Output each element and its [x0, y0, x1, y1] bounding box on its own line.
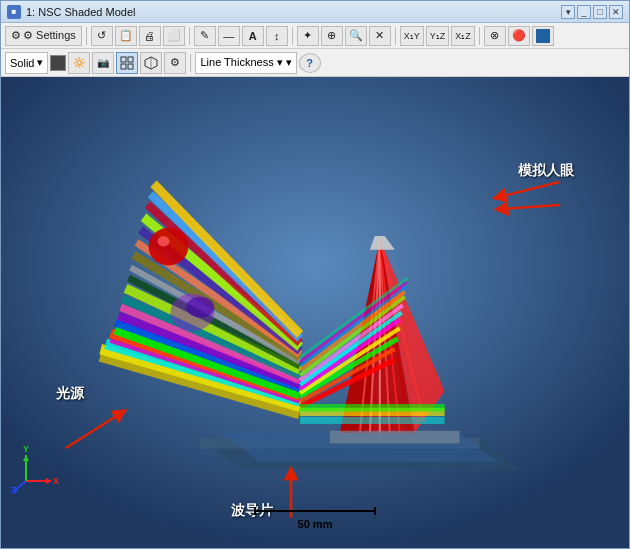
window-title: 1: NSC Shaded Model — [26, 6, 135, 18]
grid-btn[interactable] — [116, 52, 138, 74]
svg-point-27 — [149, 228, 189, 266]
star-btn[interactable]: ✦ — [297, 26, 319, 46]
toolbar1: ⚙ ⚙ Settings ↺ 📋 🖨 ⬜ ✎ — A ↕ ✦ ⊕ 🔍 ✕ X₁Y… — [1, 23, 629, 49]
svg-point-28 — [158, 236, 170, 246]
line-btn[interactable]: — — [218, 26, 240, 46]
color-swatch-dark[interactable] — [50, 55, 66, 71]
svg-rect-60 — [330, 431, 460, 444]
title-bar: ■ 1: NSC Shaded Model ▾ _ □ ✕ — [1, 1, 629, 23]
frame-btn[interactable]: ⬜ — [163, 26, 185, 46]
separator-3 — [292, 27, 293, 45]
screenshot-btn[interactable]: 📷 — [92, 52, 114, 74]
svg-text:Z: Z — [11, 485, 17, 493]
cube-icon — [144, 56, 158, 70]
solid-arrow: ▾ — [37, 56, 43, 69]
line-thickness-label: Line Thickness ▾ — [200, 56, 282, 69]
toolbar2: Solid ▾ 🔆 📷 ⚙ — [1, 49, 629, 77]
red-circle-btn[interactable]: 🔴 — [508, 26, 530, 46]
scale-line — [250, 505, 380, 517]
solid-label: Solid — [10, 57, 34, 69]
svg-marker-70 — [46, 478, 51, 484]
y1z-btn[interactable]: Y₁Z — [426, 26, 450, 46]
help-btn[interactable]: ? — [299, 53, 321, 73]
close-btn[interactable]: ✕ — [609, 5, 623, 19]
settings-button[interactable]: ⚙ ⚙ Settings — [5, 26, 82, 46]
viewport[interactable]: 光源 波导片 模拟人眼 X Y Z — [1, 77, 629, 548]
maximize-btn[interactable]: □ — [593, 5, 607, 19]
scale-bar: 50 mm — [250, 505, 380, 530]
svg-rect-0 — [121, 57, 126, 62]
moni-renyuan-label: 模拟人眼 — [518, 162, 574, 180]
scale-bar-svg — [250, 505, 380, 517]
gear-btn[interactable]: ⚙ — [164, 52, 186, 74]
settings-icon: ⚙ — [11, 29, 21, 42]
cube-btn[interactable] — [140, 52, 162, 74]
svg-rect-1 — [128, 57, 133, 62]
scale-text: 50 mm — [298, 518, 333, 530]
title-bar-left: ■ 1: NSC Shaded Model — [7, 5, 135, 19]
texture-btn[interactable]: 🔆 — [68, 52, 90, 74]
svg-rect-2 — [121, 64, 126, 69]
svg-text:X: X — [53, 476, 59, 486]
svg-line-68 — [501, 205, 559, 209]
svg-marker-73 — [23, 455, 29, 461]
x1y-btn[interactable]: X₁Y — [400, 26, 424, 46]
line-thickness-dropdown[interactable]: Line Thickness ▾ ▾ — [195, 52, 296, 74]
guangyuan-label: 光源 — [56, 385, 84, 403]
separator-1 — [86, 27, 87, 45]
main-window: ■ 1: NSC Shaded Model ▾ _ □ ✕ ⚙ ⚙ Settin… — [0, 0, 630, 549]
separator-4 — [395, 27, 396, 45]
x1z-btn[interactable]: X₁Z — [451, 26, 475, 46]
svg-point-30 — [186, 297, 214, 318]
svg-text:Y: Y — [23, 444, 29, 454]
arrow-btn[interactable]: ↕ — [266, 26, 288, 46]
sep-tb2-1 — [190, 54, 191, 72]
refresh-btn[interactable]: ↺ — [91, 26, 113, 46]
print-btn[interactable]: 🖨 — [139, 26, 161, 46]
separator-5 — [479, 27, 480, 45]
svg-line-67 — [499, 182, 559, 197]
window-icon: ■ — [7, 5, 21, 19]
separator-2 — [189, 27, 190, 45]
close2-btn[interactable]: ✕ — [369, 26, 391, 46]
dropdown-btn[interactable]: ▾ — [561, 5, 575, 19]
title-bar-controls: ▾ _ □ ✕ — [561, 5, 623, 19]
grid-icon — [120, 56, 134, 70]
minimize-btn[interactable]: _ — [577, 5, 591, 19]
axis-indicator: X Y Z — [11, 443, 61, 493]
line-thickness-arrow: ▾ — [286, 56, 292, 69]
zoom-btn[interactable]: 🔍 — [345, 26, 367, 46]
copy-btn[interactable]: 📋 — [115, 26, 137, 46]
pencil-btn[interactable]: ✎ — [194, 26, 216, 46]
solid-dropdown[interactable]: Solid ▾ — [5, 52, 48, 74]
cross-btn[interactable]: ⊕ — [321, 26, 343, 46]
dark-square-btn[interactable] — [532, 26, 554, 46]
text-btn[interactable]: A — [242, 26, 264, 46]
prohibit-btn[interactable]: ⊗ — [484, 26, 506, 46]
svg-line-62 — [66, 413, 121, 448]
svg-rect-3 — [128, 64, 133, 69]
